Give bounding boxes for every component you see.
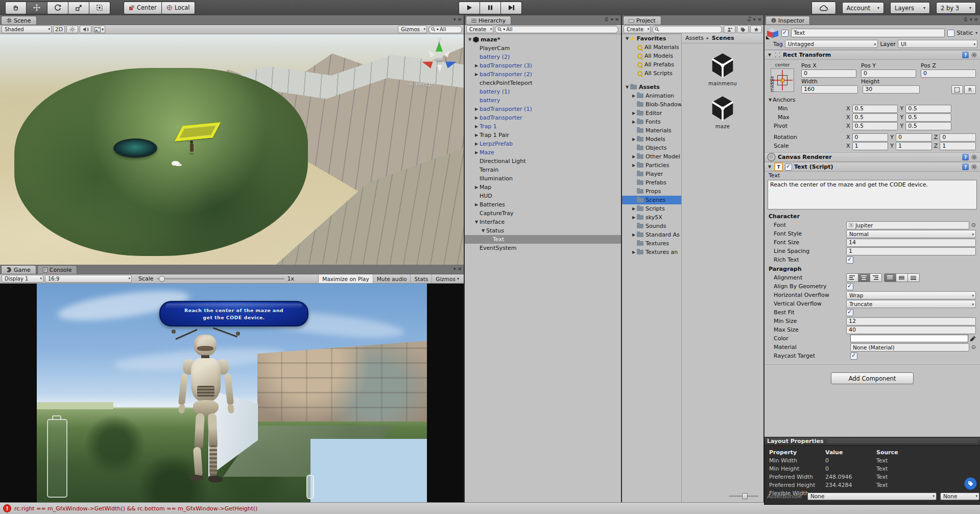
- project-folder-row[interactable]: ★ Objects: [622, 144, 681, 152]
- foldout-arrow[interactable]: ▶: [473, 107, 480, 111]
- project-folder-row[interactable]: ★ All Scripts: [622, 69, 681, 78]
- object-picker-icon[interactable]: ⊙: [971, 222, 976, 228]
- project-folder-row[interactable]: ▶ ★ Fonts: [622, 118, 681, 126]
- tab-hierarchy[interactable]: Hierarchy: [466, 16, 511, 25]
- vertical-overflow-dropdown[interactable]: Truncate: [846, 300, 976, 308]
- align-by-geometry-checkbox[interactable]: [846, 283, 853, 290]
- tab-game[interactable]: Game: [1, 265, 36, 274]
- align-top-button[interactable]: [884, 273, 896, 282]
- project-folder-row[interactable]: ★ Prefabs: [622, 178, 681, 187]
- anchor-max-x-field[interactable]: 0.5: [852, 113, 898, 122]
- scale-slider-knob[interactable]: [159, 276, 165, 282]
- align-middle-button[interactable]: [896, 273, 908, 282]
- project-folder-row[interactable]: ▶ ★ Other Model: [622, 152, 681, 161]
- text-script-header[interactable]: ▼ T Text (Script) ?: [764, 162, 980, 172]
- move-tool-button[interactable]: [27, 2, 47, 14]
- hierarchy-row[interactable]: EventSystem: [465, 244, 621, 252]
- canvas-renderer-header[interactable]: Canvas Renderer ?: [764, 152, 980, 162]
- hand-tool-button[interactable]: [5, 2, 27, 14]
- align-right-button[interactable]: [870, 273, 882, 282]
- foldout-arrow[interactable]: ▶: [631, 215, 637, 220]
- 2d-toggle[interactable]: 2D: [53, 26, 65, 33]
- project-folder-row[interactable]: ▶ ★ Scripts: [622, 204, 681, 213]
- breadcrumb-root[interactable]: Assets: [685, 35, 704, 41]
- horizontal-overflow-dropdown[interactable]: Wrap: [846, 291, 976, 299]
- gameobject-icon[interactable]: [766, 27, 779, 39]
- hierarchy-search-input[interactable]: ▾ All: [495, 26, 618, 33]
- hierarchy-panel-menu[interactable]: ▾≡: [605, 17, 619, 22]
- foldout-arrow[interactable]: ▼: [467, 37, 473, 42]
- project-folder-row[interactable]: ★ Blob-Shadow: [622, 100, 681, 109]
- tag-dropdown[interactable]: Untagged: [785, 40, 878, 48]
- hierarchy-row[interactable]: PlayerCam: [465, 44, 621, 53]
- anchor-min-y-field[interactable]: 0.5: [905, 105, 951, 113]
- layout-properties-titlebar[interactable]: Layout Properties: [764, 437, 980, 446]
- hierarchy-row[interactable]: Terrain: [465, 166, 621, 174]
- project-folder-row[interactable]: ★ All Models: [622, 52, 681, 60]
- hierarchy-create-dropdown[interactable]: Create: [466, 26, 493, 33]
- panel-divider[interactable]: [464, 15, 465, 514]
- scene-asset-item[interactable]: mainmenu: [708, 52, 737, 86]
- raw-edit-mode-button[interactable]: R: [964, 85, 976, 94]
- project-folder-row[interactable]: ▶ ★ Models: [622, 135, 681, 144]
- hierarchy-row[interactable]: checkPointTeleport: [465, 79, 621, 87]
- help-icon[interactable]: ?: [962, 163, 969, 170]
- hierarchy-row[interactable]: CaptureTray: [465, 209, 621, 218]
- max-size-field[interactable]: 40: [846, 326, 976, 334]
- best-fit-checkbox[interactable]: [846, 309, 853, 316]
- hierarchy-row[interactable]: ▶ LerpzPrefab: [465, 139, 621, 148]
- min-size-field[interactable]: 12: [846, 317, 976, 325]
- slider-knob[interactable]: [742, 493, 748, 499]
- perspective-label[interactable]: < Persp: [409, 81, 432, 88]
- align-left-button[interactable]: [846, 273, 858, 282]
- font-size-field[interactable]: 14: [846, 239, 976, 247]
- foldout-arrow[interactable]: ▼: [767, 165, 772, 169]
- project-folder-row[interactable]: ▶ ★ Particles: [622, 161, 681, 170]
- project-folder-row[interactable]: ★: [622, 78, 681, 83]
- scene-search-input[interactable]: ▾ All: [428, 26, 462, 33]
- hierarchy-row[interactable]: ▶ badTransporter (1): [465, 105, 621, 113]
- hierarchy-row[interactable]: battery: [465, 96, 621, 105]
- error-message[interactable]: rc.right == m_GfxWindow->GetWidth() && r…: [14, 505, 257, 512]
- y-axis-cone-icon[interactable]: [436, 41, 443, 52]
- width-field[interactable]: 160: [801, 85, 858, 94]
- maximize-on-play-button[interactable]: Maximize on Play: [318, 274, 372, 283]
- mute-audio-button[interactable]: Mute audio: [373, 274, 411, 283]
- project-folder-row[interactable]: ★ Textures: [622, 239, 681, 248]
- line-spacing-field[interactable]: 1: [846, 247, 976, 255]
- account-dropdown[interactable]: Account▾: [842, 2, 884, 14]
- active-checkbox[interactable]: [781, 30, 788, 37]
- favorites-star-button[interactable]: [750, 26, 762, 33]
- foldout-arrow[interactable]: ▼: [768, 98, 773, 102]
- foldout-arrow[interactable]: ▶: [631, 137, 637, 142]
- rect-tool-button[interactable]: [89, 2, 110, 14]
- game-viewport[interactable]: Reach the center of the maze and get the…: [0, 284, 464, 502]
- project-folder-row[interactable]: ▶ ★ Standard As: [622, 230, 681, 239]
- scene-viewport[interactable]: y < Persp: [0, 34, 464, 265]
- cloud-services-button[interactable]: [811, 2, 836, 14]
- color-swatch[interactable]: [850, 335, 968, 342]
- asset-variant-dropdown[interactable]: None: [940, 493, 979, 500]
- anchor-max-y-field[interactable]: 0.5: [905, 113, 951, 122]
- font-style-dropdown[interactable]: Normal: [846, 230, 976, 238]
- foldout-arrow[interactable]: ▶: [631, 120, 637, 124]
- project-folder-row[interactable]: ★ Scenes: [622, 196, 681, 204]
- hierarchy-row[interactable]: ▶ badTransporter (3): [465, 61, 621, 70]
- pos-z-field[interactable]: 0: [921, 69, 976, 78]
- help-icon[interactable]: ?: [962, 52, 969, 58]
- layers-dropdown[interactable]: Layers▾: [890, 2, 930, 14]
- project-folder-row[interactable]: ★ Sounds: [622, 222, 681, 230]
- asset-bundle-dropdown[interactable]: None: [807, 493, 937, 500]
- foldout-arrow[interactable]: ▶: [631, 111, 637, 115]
- project-folder-row[interactable]: ▼ ★ Assets: [622, 83, 681, 91]
- scale-x-field[interactable]: 1: [852, 142, 889, 150]
- gizmo-center-cube[interactable]: [436, 56, 443, 62]
- project-folder-row[interactable]: ▼ ★ Favorites: [622, 34, 681, 43]
- project-panel-menu[interactable]: ▾≡: [747, 17, 761, 22]
- game-panel-menu[interactable]: ▾≡: [453, 266, 462, 271]
- step-button[interactable]: [501, 2, 522, 14]
- foldout-arrow[interactable]: ▼: [480, 228, 486, 233]
- z-axis-cone-icon[interactable]: [445, 58, 457, 68]
- collab-tag-badge[interactable]: [964, 477, 977, 490]
- hierarchy-row[interactable]: battery (1): [465, 87, 621, 96]
